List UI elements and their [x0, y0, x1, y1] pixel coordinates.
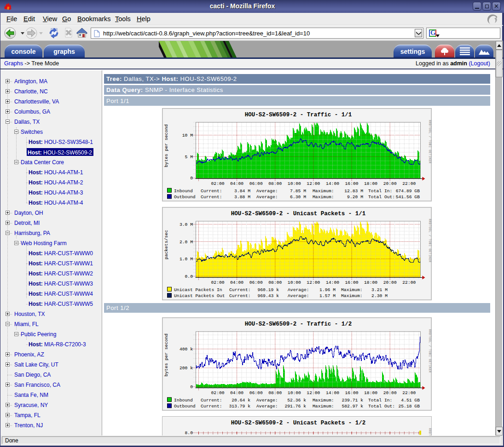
svg-text:Maximum:: Maximum: — [313, 404, 334, 409]
svg-text:RRDTOOL / TOBI OETIKER: RRDTOOL / TOBI OETIKER — [428, 120, 431, 164]
svg-text:12:00: 12:00 — [307, 390, 320, 395]
svg-text:20:00: 20:00 — [383, 181, 397, 186]
svg-text:3.21 M: 3.21 M — [371, 287, 388, 292]
svg-text:Current:: Current: — [201, 398, 222, 403]
svg-text:Current:: Current: — [201, 404, 222, 409]
svg-text:Maximum:: Maximum: — [341, 287, 363, 292]
svg-text:Outbound: Outbound — [174, 195, 196, 200]
svg-text:12.83 M: 12.83 M — [344, 189, 363, 194]
svg-text:22:00: 22:00 — [402, 280, 416, 285]
svg-text:1.0 M: 1.0 M — [180, 257, 193, 262]
svg-text:22:00: 22:00 — [402, 390, 416, 395]
svg-text:04:00: 04:00 — [230, 390, 243, 395]
svg-text:0.0: 0.0 — [185, 274, 193, 279]
svg-text:12:00: 12:00 — [307, 181, 320, 186]
svg-text:06:00: 06:00 — [249, 390, 263, 395]
svg-text:Maximum:: Maximum: — [313, 189, 334, 194]
svg-text:RRDTOOL / TOBI OETIKER: RRDTOOL / TOBI OETIKER — [428, 329, 431, 373]
svg-text:10 M: 10 M — [182, 133, 193, 138]
svg-text:Current:: Current: — [201, 189, 222, 194]
svg-text:1.96 M: 1.96 M — [319, 287, 336, 292]
svg-text:Unicast Packets Out: Unicast Packets Out — [174, 293, 225, 298]
svg-text:4.51 GB: 4.51 GB — [401, 398, 420, 403]
svg-text:239.71 k: 239.71 k — [342, 398, 363, 403]
svg-text:Maximum:: Maximum: — [341, 293, 363, 298]
svg-text:02:00: 02:00 — [211, 280, 225, 285]
svg-text:Current:: Current: — [229, 287, 251, 292]
svg-text:52.36 k: 52.36 k — [287, 398, 306, 403]
svg-text:9.20 M: 9.20 M — [347, 195, 363, 200]
svg-text:14:00: 14:00 — [326, 181, 339, 186]
svg-text:969.43 k: 969.43 k — [257, 293, 279, 298]
svg-text:RRDTOOL / TOBI OETIKER: RRDTOOL / TOBI OETIKER — [428, 219, 431, 263]
svg-text:04:00: 04:00 — [230, 280, 243, 285]
svg-text:18:00: 18:00 — [364, 390, 377, 395]
svg-text:0: 0 — [190, 384, 193, 390]
svg-text:960.19 k: 960.19 k — [257, 287, 279, 292]
svg-text:313.79 k: 313.79 k — [229, 404, 250, 409]
svg-text:200 k: 200 k — [180, 366, 193, 371]
svg-text:10:00: 10:00 — [288, 181, 301, 186]
svg-text:Total In:: Total In: — [368, 189, 392, 194]
svg-text:Total Out:: Total Out: — [368, 195, 395, 200]
svg-text:04:00: 04:00 — [230, 181, 243, 186]
svg-text:3.0 M: 3.0 M — [180, 222, 193, 227]
svg-text:Total Out:: Total Out: — [368, 404, 395, 409]
svg-text:Total In:: Total In: — [368, 398, 392, 403]
svg-text:8.0: 8.0 — [185, 430, 193, 436]
svg-text:22:00: 22:00 — [402, 181, 416, 186]
svg-text:10:00: 10:00 — [288, 280, 301, 285]
svg-text:2.30 M: 2.30 M — [371, 293, 388, 298]
svg-text:6.30 M: 6.30 M — [290, 195, 306, 200]
svg-text:400 k: 400 k — [180, 347, 193, 352]
svg-text:18:00: 18:00 — [364, 181, 377, 186]
svg-text:1.57 M: 1.57 M — [319, 293, 336, 298]
svg-text:Maximum:: Maximum: — [313, 398, 334, 403]
svg-text:02:00: 02:00 — [211, 181, 225, 186]
svg-text:14:00: 14:00 — [326, 280, 339, 285]
svg-text:08:00: 08:00 — [268, 280, 282, 285]
svg-text:12:00: 12:00 — [307, 280, 320, 285]
svg-text:Average:: Average: — [256, 189, 278, 194]
svg-text:0: 0 — [190, 176, 193, 181]
svg-text:20:00: 20:00 — [383, 280, 397, 285]
svg-text:20:00: 20:00 — [383, 390, 397, 395]
svg-text:291.76 k: 291.76 k — [284, 404, 306, 409]
svg-text:2.0 M: 2.0 M — [180, 240, 193, 245]
svg-text:RRDTOOL /: RRDTOOL / — [428, 428, 431, 436]
svg-text:541.56 GB: 541.56 GB — [396, 195, 420, 200]
svg-text:674.89 GB: 674.89 GB — [396, 189, 420, 194]
svg-text:20.64 k: 20.64 k — [232, 398, 250, 403]
svg-text:18:00: 18:00 — [364, 280, 377, 285]
svg-text:7.85 M: 7.85 M — [290, 189, 306, 194]
svg-text:Average:: Average: — [288, 293, 309, 298]
svg-text:HOU-S2-SW6509-2 - Traffic - 1/: HOU-S2-SW6509-2 - Traffic - 1/1 — [245, 112, 352, 118]
svg-text:14:00: 14:00 — [326, 390, 339, 395]
svg-text:25.18 GB: 25.18 GB — [398, 404, 420, 409]
svg-text:HOU-S2-SW6509-2 - Unicast Pack: HOU-S2-SW6509-2 - Unicast Packets - 1/2 — [231, 420, 366, 426]
svg-text:16:00: 16:00 — [345, 181, 359, 186]
svg-text:bytes per second: bytes per second — [164, 333, 169, 376]
svg-text:3.84 M: 3.84 M — [234, 189, 250, 194]
svg-text:Average:: Average: — [288, 287, 309, 292]
svg-text:Unicast Packets In: Unicast Packets In — [174, 287, 222, 292]
svg-text:Maximum:: Maximum: — [313, 195, 334, 200]
svg-text:Average:: Average: — [256, 195, 278, 200]
svg-text:HOU-S2-SW6509-2 - Unicast Pack: HOU-S2-SW6509-2 - Unicast Packets - 1/1 — [231, 211, 366, 217]
svg-text:packets/sec: packets/sec — [164, 230, 169, 259]
svg-text:HOU-S2-SW6509-2 - Traffic - 1/: HOU-S2-SW6509-2 - Traffic - 1/2 — [245, 321, 352, 327]
svg-text:08:00: 08:00 — [268, 390, 282, 395]
svg-text:02:00: 02:00 — [211, 390, 225, 395]
svg-text:10:00: 10:00 — [288, 390, 301, 395]
svg-text:Current:: Current: — [201, 195, 222, 200]
svg-text:Average:: Average: — [256, 404, 278, 409]
svg-text:16:00: 16:00 — [345, 280, 359, 285]
svg-text:5 M: 5 M — [185, 155, 193, 160]
svg-text:Current:: Current: — [229, 293, 251, 298]
svg-text:Outbound: Outbound — [174, 404, 196, 409]
svg-text:08:00: 08:00 — [268, 181, 282, 186]
svg-text:Inbound: Inbound — [174, 398, 193, 403]
svg-text:Inbound: Inbound — [174, 189, 193, 194]
svg-text:06:00: 06:00 — [249, 280, 263, 285]
svg-text:16:00: 16:00 — [345, 390, 359, 395]
